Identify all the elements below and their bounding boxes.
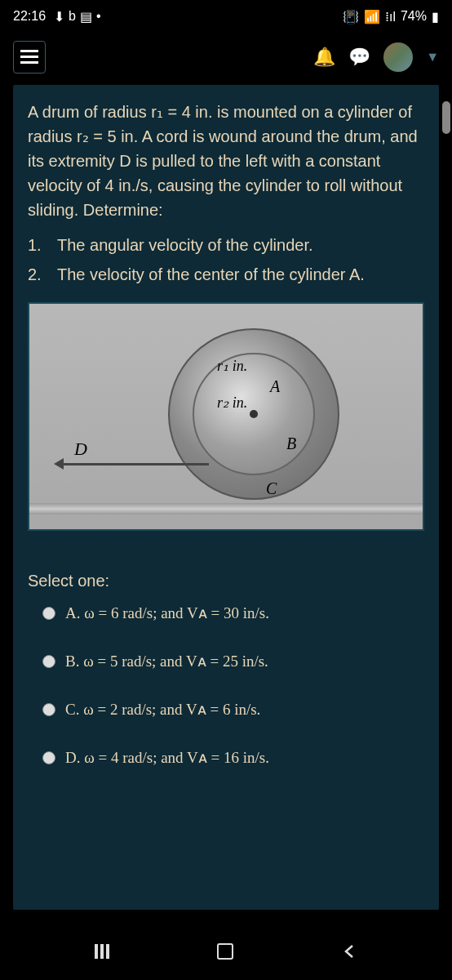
option-b-text: B. ω = 5 rad/s; and Vᴀ = 25 in/s. [65,652,268,670]
signal-icon: ⁞ıl [385,9,396,24]
status-time: 22:16 [13,9,46,24]
cord-line [62,463,209,466]
menu-icon [20,50,38,65]
recent-icon [95,944,109,959]
status-right: 📳 📶 ⁞ıl 74% ▮ [343,9,439,24]
list-text-1: The angular velocity of the cylinder. [57,232,313,258]
dot-icon: • [96,9,101,24]
nav-back-button[interactable] [341,943,357,960]
list-item: 1. The angular velocity of the cylinder. [28,232,424,258]
battery-percent: 74% [401,9,427,24]
battery-icon: ▮ [432,9,439,24]
label-D: D [74,439,87,460]
label-r2: r₂ in. [217,394,247,412]
bell-icon[interactable]: 🔔 [313,47,335,68]
option-c[interactable]: C. ω = 2 rad/s; and Vᴀ = 6 in/s. [28,700,424,719]
nav-recent-button[interactable] [95,944,109,959]
label-B: B [286,434,296,453]
label-C: C [266,479,277,498]
label-A: A [270,377,280,396]
chevron-down-icon[interactable]: ▼ [426,50,439,65]
radio-a[interactable] [42,607,55,620]
select-one-label: Select one: [28,572,424,590]
list-item: 2. The velocity of the center of the cyl… [28,261,424,287]
nav-bar [0,923,452,980]
problem-text: A drum of radius r₁ = 4 in. is mounted o… [28,100,424,222]
center-point [250,410,258,418]
header-right: 🔔 💬 ▼ [313,42,439,72]
list-text-2: The velocity of the center of the cylind… [57,261,365,287]
svg-rect-2 [20,61,38,64]
radio-d[interactable] [42,751,55,764]
menu-button[interactable] [13,41,46,74]
svg-rect-1 [20,56,38,58]
wifi-icon: 📶 [364,9,380,24]
radio-c[interactable] [42,703,55,716]
svg-rect-0 [20,50,38,52]
list-num-2: 2. [28,261,44,287]
back-icon [341,943,357,960]
status-left: 22:16 ⬇ b ▤ • [13,9,101,24]
option-c-text: C. ω = 2 rad/s; and Vᴀ = 6 in/s. [65,700,260,719]
option-b[interactable]: B. ω = 5 rad/s; and Vᴀ = 25 in/s. [28,652,424,670]
nav-home-button[interactable] [217,943,233,960]
option-a-text: A. ω = 6 rad/s; and Vᴀ = 30 in/s. [65,604,269,622]
chat-icon[interactable]: 💬 [348,47,370,68]
diagram: r₁ in. r₂ in. A B C D [28,302,424,531]
radio-b[interactable] [42,655,55,668]
ground [29,503,423,514]
vibrate-icon: 📳 [343,9,359,24]
status-notif-icons: ⬇ b ▤ • [54,9,101,24]
app-header: 🔔 💬 ▼ [0,33,452,82]
b-icon: b [69,9,76,24]
option-d-text: D. ω = 4 rad/s; and Vᴀ = 16 in/s. [65,748,269,767]
image-icon: ▤ [80,9,92,24]
question-card: A drum of radius r₁ = 4 in. is mounted o… [13,85,439,910]
cord-arrow-icon [54,458,64,470]
scrollbar[interactable] [442,101,450,134]
option-a[interactable]: A. ω = 6 rad/s; and Vᴀ = 30 in/s. [28,604,424,622]
label-r1: r₁ in. [217,357,247,375]
list-num-1: 1. [28,232,44,258]
option-d[interactable]: D. ω = 4 rad/s; and Vᴀ = 16 in/s. [28,748,424,767]
download-icon: ⬇ [54,9,64,24]
avatar[interactable] [383,42,413,72]
home-icon [217,943,233,960]
status-bar: 22:16 ⬇ b ▤ • 📳 📶 ⁞ıl 74% ▮ [0,0,452,33]
